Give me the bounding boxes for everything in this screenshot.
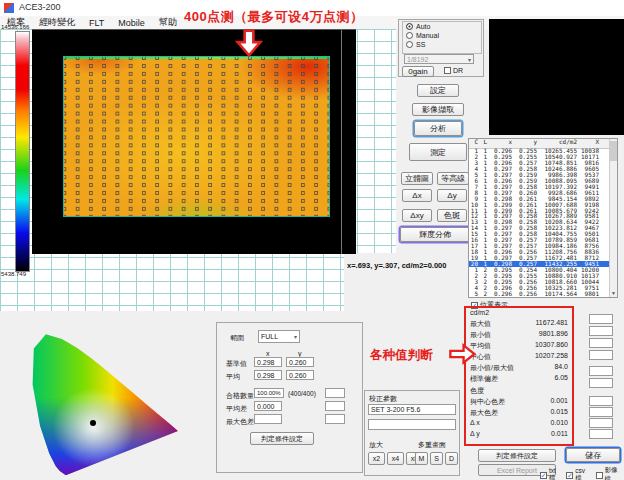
scroll-down-icon[interactable]: ▼	[610, 289, 617, 297]
zoom-x2-button[interactable]: x2	[368, 452, 385, 465]
table-header-X: X	[579, 139, 601, 148]
mode-radio-ss[interactable]: SS	[406, 41, 425, 48]
zoom-label: 放大	[369, 440, 383, 450]
limit-input-field[interactable]	[589, 407, 613, 417]
limit-input-field[interactable]	[589, 326, 613, 336]
app-icon	[4, 3, 14, 13]
camera-preview	[489, 19, 624, 135]
mura-button[interactable]: 色斑	[437, 209, 467, 222]
limit-input-field[interactable]	[589, 378, 613, 388]
multi-m-button[interactable]: M	[415, 452, 428, 465]
pass-count-note: (400/400)	[288, 390, 316, 397]
mode-radio-manual[interactable]: Manual	[406, 32, 439, 39]
export-checkbox-txt檔[interactable]: ✓txt檔	[540, 466, 562, 480]
limit-input-field[interactable]	[589, 396, 613, 406]
limit-input-field[interactable]	[589, 429, 613, 439]
annotation-point-count: 400点测（最多可设4万点测）	[184, 8, 363, 26]
calibration-title: 校正參數	[369, 394, 397, 404]
table-body[interactable]: 110.2960.25510265.45510038210.2950.25510…	[469, 148, 609, 297]
checkbox-label: 影像檔	[605, 466, 624, 480]
limit-input-field[interactable]	[589, 314, 613, 324]
mode-radio-auto[interactable]: Auto	[406, 23, 430, 30]
table-cell: 0.256	[514, 291, 539, 297]
color-scale-bar	[15, 31, 30, 272]
shutter-select[interactable]: 1/8192▾	[404, 54, 474, 64]
annotation-stats-box	[464, 306, 574, 446]
stereo-button[interactable]: 立體圖	[401, 172, 433, 185]
export-format-checkboxes: ✓txt檔✓csv檔影像檔	[540, 466, 624, 480]
checkbox-icon	[444, 67, 451, 74]
color-scale-min: 5438.749	[1, 271, 26, 277]
table-header-L: L	[480, 139, 489, 148]
menu-item-3[interactable]: Mobile	[118, 18, 145, 28]
range-x-field[interactable]: 0.298	[254, 357, 282, 367]
col-y-header: y	[298, 350, 302, 357]
max-chroma-label: 最大色差	[226, 417, 254, 427]
contour-button[interactable]: 等高線	[437, 172, 469, 185]
table-row[interactable]: 520.2960.25610174.5649801	[469, 291, 609, 297]
calibration-value-field[interactable]: SET 3-200 F5.6	[368, 404, 456, 415]
zoom-x4-button[interactable]: x4	[387, 452, 404, 465]
window-title: ACE3-200	[19, 2, 61, 12]
pass-count-field[interactable]: 100.00%	[254, 388, 284, 398]
image-capture-button[interactable]: 影像擷取	[412, 103, 464, 116]
table-cell: 2	[480, 291, 489, 297]
down-arrow-icon	[235, 29, 263, 57]
mode-label: SS	[416, 41, 425, 48]
range-y-field[interactable]: 0.260	[286, 357, 314, 367]
judge-settings-button[interactable]: 判定條件設定	[478, 449, 556, 462]
range-row-label: 基準值	[226, 359, 247, 369]
multi-d-button[interactable]: D	[445, 452, 458, 465]
range-judge-settings-button[interactable]: 判定條件設定	[250, 432, 314, 445]
save-button[interactable]: 儲存	[566, 448, 620, 462]
dr-checkbox[interactable]: DR	[444, 67, 463, 74]
radio-icon	[406, 41, 413, 48]
measurement-table[interactable]: CLxycd/m2X 110.2960.25510265.45510038210…	[468, 138, 618, 298]
table-cell: 10174.564	[539, 291, 579, 297]
table-header-y: y	[514, 139, 539, 148]
limit-input-field[interactable]	[589, 418, 613, 428]
right-arrow-icon	[448, 342, 476, 366]
luminance-heatmap[interactable]	[63, 56, 330, 217]
limit-input-field[interactable]	[589, 366, 613, 376]
app-window: ACE3-200 檔案經時變化FLTMobile幫助 14536.166 543…	[0, 0, 624, 480]
avg-diff-limit-field[interactable]	[325, 401, 345, 411]
table-scrollbar[interactable]: ▼	[609, 139, 617, 297]
multi-s-button[interactable]: S	[430, 452, 443, 465]
range-x-field[interactable]: 0.298	[254, 370, 282, 380]
max-chroma-limit-field[interactable]	[325, 414, 345, 424]
checkbox-label: csv檔	[575, 467, 591, 480]
mode-label: Manual	[416, 32, 439, 39]
menu-item-2[interactable]: FLT	[89, 18, 104, 28]
pass-limit-field[interactable]	[325, 388, 345, 398]
table-header-cd/m2: cd/m2	[539, 139, 579, 148]
delta-xy-button[interactable]: Δxy	[402, 209, 432, 222]
range-select[interactable]: FULL▾	[258, 330, 300, 343]
delta-x-button[interactable]: Δx	[402, 189, 432, 202]
view-divider-line	[341, 30, 342, 254]
delta-y-button[interactable]: Δy	[437, 189, 467, 202]
limit-input-field[interactable]	[589, 338, 613, 348]
chevron-down-icon: ▾	[294, 333, 297, 340]
limit-input-field[interactable]	[589, 350, 613, 360]
range-y-field[interactable]: 0.260	[286, 370, 314, 380]
checkbox-icon: ✓	[540, 472, 547, 479]
checkbox-label: txt檔	[549, 467, 562, 480]
checkbox-icon: ✓	[566, 472, 573, 479]
calibration-empty-field[interactable]	[368, 419, 456, 430]
menu-item-1[interactable]: 經時變化	[39, 16, 75, 29]
export-checkbox-影像檔[interactable]: 影像檔	[596, 466, 624, 480]
table-cell: 5	[469, 291, 480, 297]
analyze-button[interactable]: 分析	[414, 121, 462, 136]
cie-chromaticity-diagram[interactable]	[26, 316, 188, 478]
zero-gain-button[interactable]: 0gain	[402, 66, 434, 77]
color-scale-max: 14536.166	[1, 24, 29, 30]
export-checkbox-csv檔[interactable]: ✓csv檔	[566, 466, 591, 480]
measure-button[interactable]: 測定	[409, 143, 467, 161]
menu-item-4[interactable]: 幫助	[159, 16, 177, 29]
avg-diff-field[interactable]: 0.000	[254, 401, 282, 411]
settings-button[interactable]: 設定	[417, 84, 459, 97]
scroll-thumb[interactable]	[610, 141, 617, 161]
luminance-dist-button[interactable]: 輝度分佈	[400, 227, 470, 242]
max-chroma-field[interactable]	[254, 414, 282, 424]
